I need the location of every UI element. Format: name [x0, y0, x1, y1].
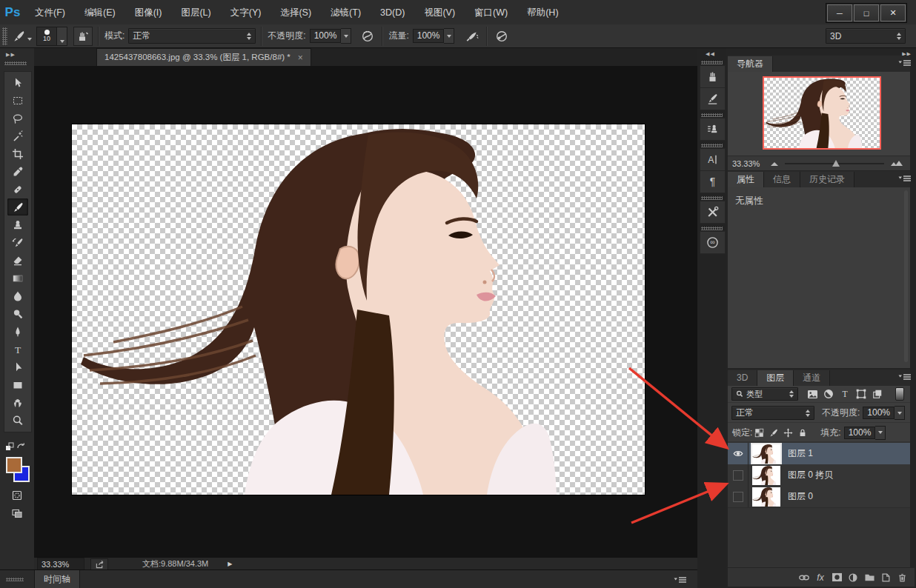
eraser-tool[interactable]	[7, 252, 28, 269]
gradient-tool[interactable]	[7, 270, 28, 287]
filter-type-layers-icon[interactable]: T	[837, 387, 853, 401]
menu-3d[interactable]: 3D(D)	[371, 1, 414, 24]
delete-layer-icon[interactable]	[894, 571, 910, 584]
path-selection-tool[interactable]	[7, 358, 28, 375]
tab-history[interactable]: 历史记录	[800, 172, 854, 187]
menu-type[interactable]: 文字(Y)	[221, 1, 271, 24]
airbrush-icon[interactable]	[463, 28, 481, 44]
tab-properties[interactable]: 属性	[728, 172, 764, 187]
layer-name[interactable]: 图层 0 拷贝	[788, 469, 833, 481]
panel-group-gripper[interactable]	[701, 113, 723, 117]
screen-mode-icon[interactable]	[7, 504, 27, 521]
layer-name[interactable]: 图层 0	[788, 490, 813, 503]
navigator-zoom-value[interactable]: 33.33%	[732, 159, 760, 168]
panel-group-gripper[interactable]	[701, 227, 723, 230]
layer-row-3[interactable]: 图层 0	[728, 486, 910, 508]
lock-transparent-pixels-icon[interactable]	[752, 426, 766, 439]
history-brush-tool[interactable]	[7, 234, 28, 251]
filter-toggle-switch[interactable]	[895, 387, 904, 401]
zoom-in-mountains-icon[interactable]	[890, 160, 903, 167]
properties-menu-icon[interactable]	[898, 175, 912, 182]
new-layer-icon[interactable]	[877, 571, 894, 584]
expand-panels-icon[interactable]: ◀◀	[706, 51, 715, 57]
zoom-out-mountain-icon[interactable]	[770, 161, 779, 167]
tab-info[interactable]: 信息	[764, 172, 800, 187]
adjustment-layer-icon[interactable]	[845, 571, 861, 584]
move-tool[interactable]	[7, 74, 28, 91]
layer3-visibility-toggle[interactable]	[728, 486, 749, 507]
layer-filter-dropdown[interactable]: 类型	[731, 387, 798, 401]
tool-preset-caret-icon[interactable]	[27, 38, 32, 41]
rectangular-marquee-tool[interactable]	[7, 92, 28, 109]
menu-edit[interactable]: 编辑(E)	[75, 1, 125, 24]
filter-shape-layers-icon[interactable]	[853, 387, 869, 401]
dodge-tool[interactable]	[7, 305, 28, 322]
menu-file[interactable]: 文件(F)	[25, 1, 75, 24]
filter-smart-objects-icon[interactable]	[869, 387, 886, 401]
lock-position-icon[interactable]	[780, 426, 795, 439]
creative-cloud-icon[interactable]: ∞	[700, 231, 726, 254]
opacity-field[interactable]: 100%	[310, 28, 352, 44]
quick-mask-mode-icon[interactable]	[7, 487, 27, 504]
panel-group-gripper[interactable]	[701, 144, 723, 147]
toggle-brush-panel-icon[interactable]	[73, 27, 93, 46]
layer-row-1[interactable]: 图层 1	[728, 443, 910, 465]
menu-help[interactable]: 帮助(H)	[517, 1, 568, 24]
properties-scrollbar[interactable]	[904, 190, 908, 362]
new-group-icon[interactable]	[861, 571, 877, 584]
status-arrow-icon[interactable]: ▶	[228, 561, 232, 567]
share-status-icon[interactable]	[90, 558, 108, 570]
brush-panel-icon[interactable]	[700, 65, 726, 88]
pressure-size-icon[interactable]	[493, 28, 511, 44]
status-zoom-field[interactable]: 33.33%	[37, 558, 84, 571]
tab-layers[interactable]: 图层	[757, 370, 794, 386]
brush-tool-preset-icon[interactable]	[10, 28, 27, 44]
workspace-dropdown[interactable]: 3D	[826, 28, 906, 44]
menu-view[interactable]: 视图(V)	[414, 1, 465, 24]
layers-menu-icon[interactable]	[898, 373, 912, 381]
tab-channels[interactable]: 通道	[794, 370, 830, 386]
flow-caret-icon[interactable]	[444, 28, 454, 44]
tools-gripper[interactable]	[4, 61, 27, 65]
document-canvas[interactable]	[72, 124, 645, 495]
timeline-menu-icon[interactable]	[674, 576, 687, 584]
lock-image-pixels-icon[interactable]	[766, 426, 780, 439]
swap-colors-icon[interactable]	[4, 441, 27, 452]
flow-field[interactable]: 100%	[413, 28, 455, 44]
add-layer-mask-icon[interactable]	[829, 571, 845, 584]
tool-presets-panel-icon[interactable]	[700, 201, 726, 224]
menu-image[interactable]: 图像(I)	[125, 1, 172, 24]
layer2-thumbnail[interactable]	[752, 466, 780, 485]
tab-3d[interactable]: 3D	[728, 370, 757, 386]
brush-preset-picker[interactable]: 10	[36, 27, 67, 46]
filter-pixel-layers-icon[interactable]	[804, 387, 820, 401]
timeline-gripper[interactable]	[6, 578, 24, 581]
crop-tool[interactable]	[7, 145, 28, 162]
blend-mode-dropdown[interactable]: 正常	[128, 28, 256, 44]
layers-fill-caret-icon[interactable]	[875, 426, 886, 440]
layer-style-icon[interactable]: fx	[812, 571, 829, 584]
blur-tool[interactable]	[7, 287, 28, 304]
layer2-visibility-toggle[interactable]	[728, 464, 749, 486]
brush-tool[interactable]	[7, 198, 28, 216]
menu-filter[interactable]: 滤镜(T)	[321, 1, 371, 24]
timeline-tab[interactable]: 时间轴	[34, 570, 80, 588]
navigator-zoom-slider[interactable]	[785, 163, 884, 164]
layer1-thumbnail[interactable]	[752, 444, 780, 464]
menu-layer[interactable]: 图层(L)	[171, 1, 220, 24]
layers-opacity-caret-icon[interactable]	[895, 406, 905, 420]
navigator-proxy-view[interactable]	[763, 76, 881, 150]
panel-group-gripper[interactable]	[701, 196, 723, 200]
menu-select[interactable]: 选择(S)	[271, 1, 321, 24]
shape-tool[interactable]	[7, 376, 28, 393]
opacity-caret-icon[interactable]	[341, 28, 351, 44]
brush-presets-panel-icon[interactable]	[700, 87, 726, 110]
eyedropper-tool[interactable]	[7, 163, 28, 180]
layer1-visibility-toggle[interactable]	[728, 443, 749, 464]
layers-fill-field[interactable]: 100%	[844, 426, 886, 440]
clone-source-panel-icon[interactable]	[700, 118, 726, 141]
collapse-tools-icon[interactable]: ▶▶	[6, 52, 16, 58]
minimize-button[interactable]: ─	[827, 4, 852, 21]
hand-tool[interactable]	[7, 394, 28, 411]
zoom-tool[interactable]	[7, 412, 28, 429]
